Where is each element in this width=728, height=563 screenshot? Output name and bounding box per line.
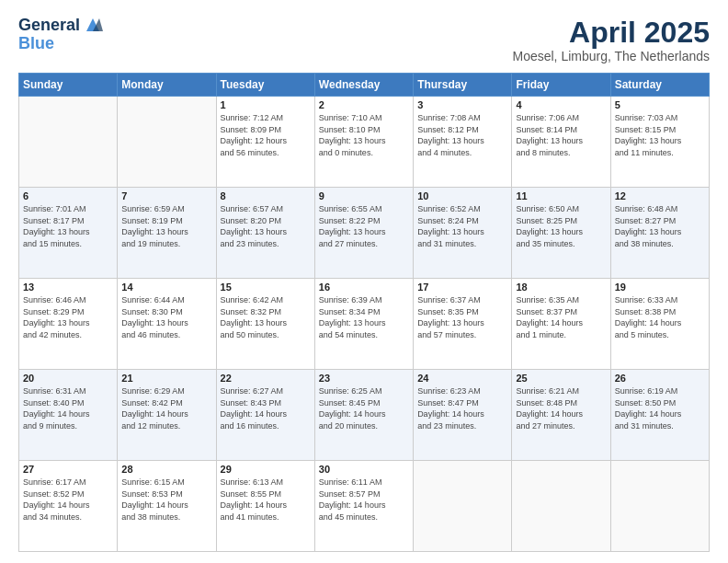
day-info: Sunrise: 6:29 AM Sunset: 8:42 PM Dayligh…	[121, 385, 211, 431]
table-row	[414, 461, 512, 552]
day-info: Sunrise: 6:33 AM Sunset: 8:38 PM Dayligh…	[615, 294, 705, 340]
table-row: 25Sunrise: 6:21 AM Sunset: 8:48 PM Dayli…	[512, 370, 610, 461]
calendar-table: Sunday Monday Tuesday Wednesday Thursday…	[18, 73, 710, 552]
day-info: Sunrise: 6:44 AM Sunset: 8:30 PM Dayligh…	[121, 294, 211, 340]
table-row: 13Sunrise: 6:46 AM Sunset: 8:29 PM Dayli…	[19, 279, 118, 370]
table-row: 8Sunrise: 6:57 AM Sunset: 8:20 PM Daylig…	[216, 188, 314, 279]
header: General Blue April 2025 Moesel, Limburg,…	[18, 17, 710, 63]
table-row: 30Sunrise: 6:11 AM Sunset: 8:57 PM Dayli…	[314, 461, 413, 552]
day-number: 17	[417, 282, 507, 293]
day-number: 16	[319, 282, 409, 293]
calendar-week-3: 13Sunrise: 6:46 AM Sunset: 8:29 PM Dayli…	[19, 279, 710, 370]
table-row: 24Sunrise: 6:23 AM Sunset: 8:47 PM Dayli…	[414, 370, 512, 461]
table-row: 27Sunrise: 6:17 AM Sunset: 8:52 PM Dayli…	[19, 461, 118, 552]
logo-icon	[83, 15, 103, 35]
day-info: Sunrise: 6:50 AM Sunset: 8:25 PM Dayligh…	[516, 203, 606, 249]
day-info: Sunrise: 6:39 AM Sunset: 8:34 PM Dayligh…	[319, 294, 409, 340]
day-info: Sunrise: 6:13 AM Sunset: 8:55 PM Dayligh…	[221, 477, 311, 523]
day-number: 21	[121, 373, 211, 384]
table-row	[512, 461, 610, 552]
table-row: 14Sunrise: 6:44 AM Sunset: 8:30 PM Dayli…	[118, 279, 216, 370]
day-info: Sunrise: 6:46 AM Sunset: 8:29 PM Dayligh…	[23, 294, 113, 340]
day-info: Sunrise: 6:55 AM Sunset: 8:22 PM Dayligh…	[319, 203, 409, 249]
day-number: 11	[516, 190, 606, 201]
day-info: Sunrise: 6:17 AM Sunset: 8:52 PM Dayligh…	[23, 477, 113, 523]
table-row: 5Sunrise: 7:03 AM Sunset: 8:15 PM Daylig…	[610, 97, 709, 188]
col-tuesday: Tuesday	[216, 74, 314, 97]
calendar-week-5: 27Sunrise: 6:17 AM Sunset: 8:52 PM Dayli…	[19, 461, 710, 552]
table-row: 11Sunrise: 6:50 AM Sunset: 8:25 PM Dayli…	[512, 188, 610, 279]
table-row: 12Sunrise: 6:48 AM Sunset: 8:27 PM Dayli…	[610, 188, 709, 279]
day-info: Sunrise: 6:11 AM Sunset: 8:57 PM Dayligh…	[319, 477, 409, 523]
day-number: 12	[615, 190, 705, 201]
day-info: Sunrise: 6:37 AM Sunset: 8:35 PM Dayligh…	[417, 294, 507, 340]
day-info: Sunrise: 6:23 AM Sunset: 8:47 PM Dayligh…	[417, 385, 507, 431]
table-row: 6Sunrise: 7:01 AM Sunset: 8:17 PM Daylig…	[19, 188, 118, 279]
day-info: Sunrise: 7:08 AM Sunset: 8:12 PM Dayligh…	[417, 112, 507, 158]
table-row: 15Sunrise: 6:42 AM Sunset: 8:32 PM Dayli…	[216, 279, 314, 370]
title-block: April 2025 Moesel, Limburg, The Netherla…	[512, 17, 710, 63]
calendar-week-2: 6Sunrise: 7:01 AM Sunset: 8:17 PM Daylig…	[19, 188, 710, 279]
page: General Blue April 2025 Moesel, Limburg,…	[0, 0, 728, 563]
day-number: 8	[221, 190, 311, 201]
day-info: Sunrise: 6:35 AM Sunset: 8:37 PM Dayligh…	[516, 294, 606, 340]
day-number: 27	[23, 464, 113, 475]
table-row: 23Sunrise: 6:25 AM Sunset: 8:45 PM Dayli…	[314, 370, 413, 461]
day-number: 20	[23, 373, 113, 384]
day-number: 1	[221, 99, 311, 110]
location-subtitle: Moesel, Limburg, The Netherlands	[512, 49, 710, 63]
day-number: 14	[121, 282, 211, 293]
table-row: 1Sunrise: 7:12 AM Sunset: 8:09 PM Daylig…	[216, 97, 314, 188]
calendar-week-4: 20Sunrise: 6:31 AM Sunset: 8:40 PM Dayli…	[19, 370, 710, 461]
logo-text-blue: Blue	[18, 35, 54, 53]
calendar-week-1: 1Sunrise: 7:12 AM Sunset: 8:09 PM Daylig…	[19, 97, 710, 188]
table-row: 26Sunrise: 6:19 AM Sunset: 8:50 PM Dayli…	[610, 370, 709, 461]
col-friday: Friday	[512, 74, 610, 97]
day-number: 28	[121, 464, 211, 475]
table-row: 4Sunrise: 7:06 AM Sunset: 8:14 PM Daylig…	[512, 97, 610, 188]
logo-text-general: General	[18, 17, 80, 35]
table-row: 22Sunrise: 6:27 AM Sunset: 8:43 PM Dayli…	[216, 370, 314, 461]
table-row: 20Sunrise: 6:31 AM Sunset: 8:40 PM Dayli…	[19, 370, 118, 461]
table-row: 28Sunrise: 6:15 AM Sunset: 8:53 PM Dayli…	[118, 461, 216, 552]
day-number: 3	[417, 99, 507, 110]
day-number: 29	[221, 464, 311, 475]
day-info: Sunrise: 6:15 AM Sunset: 8:53 PM Dayligh…	[121, 477, 211, 523]
table-row: 21Sunrise: 6:29 AM Sunset: 8:42 PM Dayli…	[118, 370, 216, 461]
table-row: 18Sunrise: 6:35 AM Sunset: 8:37 PM Dayli…	[512, 279, 610, 370]
day-info: Sunrise: 6:57 AM Sunset: 8:20 PM Dayligh…	[221, 203, 311, 249]
day-number: 13	[23, 282, 113, 293]
day-number: 24	[417, 373, 507, 384]
day-number: 2	[319, 99, 409, 110]
day-info: Sunrise: 6:42 AM Sunset: 8:32 PM Dayligh…	[221, 294, 311, 340]
table-row: 2Sunrise: 7:10 AM Sunset: 8:10 PM Daylig…	[314, 97, 413, 188]
day-info: Sunrise: 6:27 AM Sunset: 8:43 PM Dayligh…	[221, 385, 311, 431]
day-info: Sunrise: 6:52 AM Sunset: 8:24 PM Dayligh…	[417, 203, 507, 249]
day-info: Sunrise: 6:31 AM Sunset: 8:40 PM Dayligh…	[23, 385, 113, 431]
table-row: 7Sunrise: 6:59 AM Sunset: 8:19 PM Daylig…	[118, 188, 216, 279]
day-info: Sunrise: 6:48 AM Sunset: 8:27 PM Dayligh…	[615, 203, 705, 249]
day-number: 22	[221, 373, 311, 384]
day-number: 26	[615, 373, 705, 384]
table-row	[118, 97, 216, 188]
header-row: Sunday Monday Tuesday Wednesday Thursday…	[19, 74, 710, 97]
table-row: 29Sunrise: 6:13 AM Sunset: 8:55 PM Dayli…	[216, 461, 314, 552]
day-info: Sunrise: 7:01 AM Sunset: 8:17 PM Dayligh…	[23, 203, 113, 249]
day-number: 6	[23, 190, 113, 201]
day-info: Sunrise: 7:03 AM Sunset: 8:15 PM Dayligh…	[615, 112, 705, 158]
col-thursday: Thursday	[414, 74, 512, 97]
day-number: 19	[615, 282, 705, 293]
day-info: Sunrise: 7:12 AM Sunset: 8:09 PM Dayligh…	[221, 112, 311, 158]
col-monday: Monday	[118, 74, 216, 97]
col-sunday: Sunday	[19, 74, 118, 97]
day-info: Sunrise: 7:06 AM Sunset: 8:14 PM Dayligh…	[516, 112, 606, 158]
day-number: 18	[516, 282, 606, 293]
day-info: Sunrise: 6:19 AM Sunset: 8:50 PM Dayligh…	[615, 385, 705, 431]
day-number: 7	[121, 190, 211, 201]
day-info: Sunrise: 6:59 AM Sunset: 8:19 PM Dayligh…	[121, 203, 211, 249]
day-info: Sunrise: 6:21 AM Sunset: 8:48 PM Dayligh…	[516, 385, 606, 431]
day-number: 15	[221, 282, 311, 293]
col-saturday: Saturday	[610, 74, 709, 97]
day-info: Sunrise: 6:25 AM Sunset: 8:45 PM Dayligh…	[319, 385, 409, 431]
table-row	[19, 97, 118, 188]
